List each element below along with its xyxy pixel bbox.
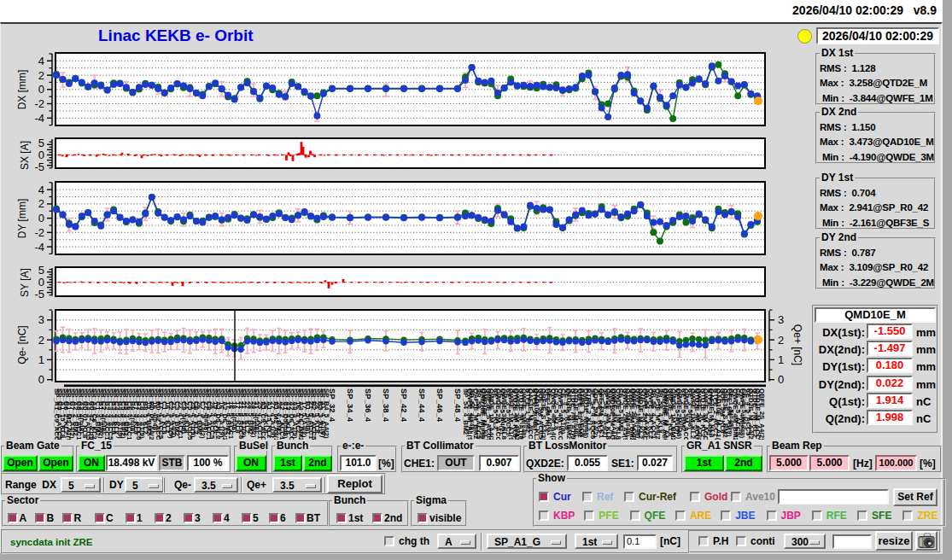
svg-text:QBFE_2S_A4(2): QBFE_2S_A4(2)	[758, 388, 766, 440]
svg-text:-2: -2	[34, 97, 44, 110]
svg-text:0: 0	[38, 276, 44, 289]
svg-text:2: 2	[38, 69, 44, 82]
svg-text:0: 0	[38, 83, 44, 96]
svg-text:SP_36_4: SP_36_4	[364, 388, 373, 423]
svg-text:DY [mm]: DY [mm]	[16, 199, 28, 238]
svg-text:SP_44_4: SP_44_4	[418, 388, 427, 423]
svg-text:5: 5	[38, 264, 44, 277]
svg-text:SX [A]: SX [A]	[19, 141, 31, 170]
svg-text:3: 3	[38, 313, 44, 326]
svg-text:DX [mm]: DX [mm]	[16, 70, 28, 110]
svg-text:-5: -5	[34, 160, 44, 173]
svg-text:-5: -5	[34, 288, 44, 300]
svg-text:-4: -4	[34, 241, 44, 254]
svg-text:4: 4	[38, 55, 44, 67]
svg-text:SP_38_4: SP_38_4	[382, 388, 391, 423]
svg-text:0: 0	[778, 373, 784, 386]
svg-text:4: 4	[38, 184, 44, 196]
svg-text:1: 1	[778, 353, 784, 366]
svg-text:2: 2	[778, 334, 784, 347]
svg-text:SP_32_4: SP_32_4	[328, 388, 337, 423]
svg-text:SP_48_4: SP_48_4	[453, 388, 463, 423]
svg-text:0: 0	[38, 149, 44, 161]
svg-text:Qe+ [nC]: Qe+ [nC]	[791, 324, 803, 365]
svg-text:SY [A]: SY [A]	[19, 268, 31, 297]
svg-text:5: 5	[38, 137, 44, 149]
svg-text:-4: -4	[34, 112, 44, 125]
svg-text:SP_46_4: SP_46_4	[435, 388, 445, 423]
svg-text:SP_42_4: SP_42_4	[400, 388, 409, 423]
svg-text:Qe- [nC]: Qe- [nC]	[16, 325, 28, 364]
svg-text:2: 2	[38, 197, 44, 210]
svg-text:SP_34_4: SP_34_4	[346, 388, 355, 423]
svg-text:1: 1	[38, 353, 44, 366]
svg-text:0: 0	[38, 212, 44, 225]
svg-text:3: 3	[778, 313, 784, 326]
svg-text:2: 2	[38, 334, 44, 347]
svg-text:0: 0	[38, 373, 44, 386]
svg-text:-2: -2	[34, 226, 44, 239]
